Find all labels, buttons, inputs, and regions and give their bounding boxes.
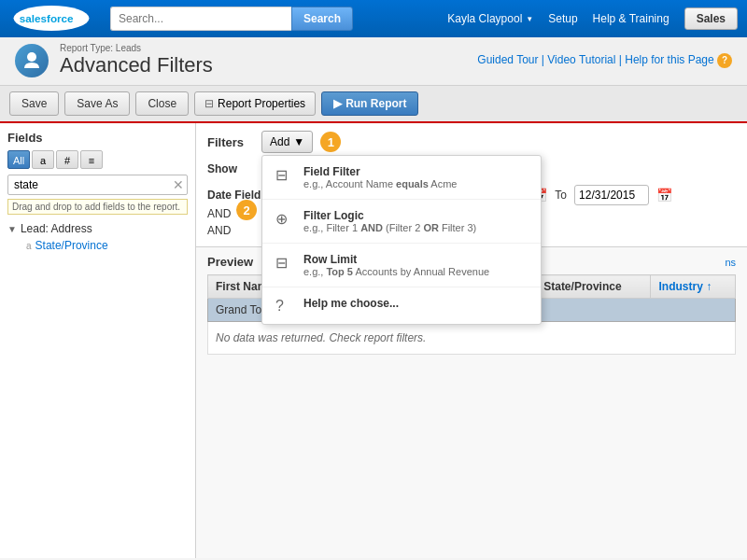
no-data-cell: No data was returned. Check report filte… — [208, 322, 736, 355]
nav-links: Kayla Claypool ▼ Setup Help & Training S… — [447, 7, 738, 30]
setup-link[interactable]: Setup — [548, 12, 577, 25]
filter-btn-menu[interactable]: ≡ — [80, 150, 103, 169]
user-menu[interactable]: Kayla Claypool ▼ — [447, 12, 533, 25]
field-type-icon: a — [26, 241, 32, 251]
preview-links: ns — [725, 257, 736, 268]
sidebar-title: Fields — [7, 131, 188, 145]
sidebar: Fields All a # ≡ ✕ Drag and drop to add … — [0, 123, 196, 558]
save-button[interactable]: Save — [9, 91, 59, 116]
add-arrow-icon: ▼ — [293, 135, 304, 148]
run-report-button[interactable]: ▶ Run Report — [321, 91, 418, 116]
report-properties-button[interactable]: ⊟ Report Properties — [194, 91, 316, 116]
search-clear-icon[interactable]: ✕ — [173, 177, 184, 192]
help-training-link[interactable]: Help & Training — [593, 12, 669, 25]
tree-group-lead-address: ▼ Lead: Address a State/Province — [7, 220, 188, 254]
to-date-input[interactable] — [574, 185, 649, 205]
expand-icon: ▼ — [7, 224, 17, 234]
step1-circle: 1 — [320, 132, 341, 152]
add-button[interactable]: Add ▼ — [261, 131, 313, 153]
help-page-link[interactable]: Help for this Page — [625, 53, 713, 66]
to-label: To — [555, 189, 567, 202]
row-limit-title: Row Limit — [303, 253, 489, 266]
report-icon — [15, 44, 49, 77]
add-dropdown-menu: ⊟ Field Filter e.g., Account Name equals… — [261, 155, 542, 325]
help-choose-icon: ? — [275, 298, 294, 315]
guided-links: Guided Tour | Video Tutorial | Help for … — [477, 53, 732, 68]
row-limit-text: Row Limit e.g., Top 5 Accounts by Annual… — [303, 253, 489, 277]
report-title-area: Report Type: Leads Advanced Filters — [60, 43, 213, 77]
content-area: Filters Add ▼ ⊟ Field Filter e.g., Accou… — [196, 123, 747, 558]
drag-drop-hint: Drag and drop to add fields to the repor… — [7, 199, 188, 215]
filter-btn-all[interactable]: All — [7, 150, 30, 169]
filter-btn-a[interactable]: a — [32, 150, 54, 169]
dropdown-item-help-choose[interactable]: ? Help me choose... — [262, 287, 541, 324]
dropdown-item-field-filter[interactable]: ⊟ Field Filter e.g., Account Name equals… — [262, 156, 541, 200]
search-bar: Search — [110, 7, 353, 31]
filters-row: Filters Add ▼ ⊟ Field Filter e.g., Accou… — [207, 131, 736, 153]
dropdown-item-filter-logic[interactable]: 2 ⊕ Filter Logic e.g., Filter 1 AND (Fil… — [262, 200, 541, 244]
report-type-label: Report Type: Leads — [60, 43, 213, 53]
step2-circle: 2 — [236, 200, 257, 220]
svg-text:salesforce: salesforce — [20, 12, 74, 24]
date-field-label: Date Field — [207, 189, 261, 202]
guided-tour-link[interactable]: Guided Tour — [477, 53, 538, 66]
col-state-province: State/Province — [536, 275, 651, 299]
preview-columns-link[interactable]: ns — [725, 257, 736, 268]
help-choose-text: Help me choose... — [303, 297, 399, 310]
search-fields: ✕ — [7, 175, 188, 195]
tree-group-header[interactable]: ▼ Lead: Address — [7, 220, 188, 237]
field-filter-icon: ⊟ — [275, 166, 294, 184]
dropdown-item-row-limit[interactable]: ⊟ Row Limit e.g., Top 5 Accounts by Annu… — [262, 244, 541, 287]
field-filter-title: Field Filter — [303, 165, 458, 178]
main-area: Fields All a # ≡ ✕ Drag and drop to add … — [0, 123, 747, 558]
report-props-icon: ⊟ — [204, 97, 214, 110]
search-button[interactable]: Search — [291, 7, 353, 31]
user-name: Kayla Claypool — [447, 12, 522, 25]
toolbar: Save Save As Close ⊟ Report Properties ▶… — [0, 86, 747, 123]
leads-icon — [21, 49, 43, 72]
tree-group-label: Lead: Address — [21, 222, 92, 235]
svg-point-2 — [27, 52, 36, 62]
filters-label: Filters — [207, 135, 254, 149]
run-report-play-icon: ▶ — [333, 97, 342, 110]
sales-button[interactable]: Sales — [684, 7, 738, 30]
report-header: Report Type: Leads Advanced Filters Guid… — [0, 37, 747, 86]
fields-filter-buttons: All a # ≡ — [7, 150, 188, 169]
add-label: Add — [270, 135, 289, 148]
search-input[interactable] — [110, 7, 291, 31]
help-icon[interactable]: ? — [717, 53, 732, 68]
logo-area: salesforce — [9, 4, 93, 34]
top-nav: salesforce Search Kayla Claypool ▼ Setup… — [0, 0, 747, 37]
help-choose-title: Help me choose... — [303, 297, 399, 310]
close-button[interactable]: Close — [135, 91, 189, 116]
tree-item-label: State/Province — [35, 239, 108, 252]
filter-logic-icon: ⊕ — [275, 210, 294, 228]
field-filter-text: Field Filter e.g., Account Name equals A… — [303, 165, 458, 189]
filter-logic-text: Filter Logic e.g., Filter 1 AND (Filter … — [303, 209, 476, 233]
no-data-row: No data was returned. Check report filte… — [208, 322, 736, 355]
fields-search-input[interactable] — [7, 175, 188, 195]
run-report-label: Run Report — [345, 97, 406, 110]
salesforce-logo: salesforce — [9, 4, 93, 34]
filter-btn-hash[interactable]: # — [56, 150, 78, 169]
tree-item-state-province[interactable]: a State/Province — [7, 237, 188, 254]
add-dropdown: Add ▼ ⊟ Field Filter e.g., Account Name … — [261, 131, 313, 153]
filters-section: Filters Add ▼ ⊟ Field Filter e.g., Accou… — [196, 123, 747, 247]
filter-logic-desc: e.g., Filter 1 AND (Filter 2 OR Filter 3… — [303, 222, 476, 233]
to-calendar-icon[interactable]: 📅 — [656, 188, 672, 203]
filter-logic-title: Filter Logic — [303, 209, 476, 222]
show-label: Show — [207, 162, 254, 175]
preview-title: Preview — [207, 255, 253, 269]
report-title: Advanced Filters — [60, 53, 213, 77]
report-properties-label: Report Properties — [218, 97, 305, 110]
fields-tree: ▼ Lead: Address a State/Province — [7, 220, 188, 551]
field-filter-desc: e.g., Account Name equals Acme — [303, 178, 458, 189]
row-limit-icon: ⊟ — [275, 254, 294, 272]
save-as-button[interactable]: Save As — [64, 91, 130, 116]
col-industry[interactable]: Industry ↑ — [651, 275, 736, 299]
video-tutorial-link[interactable]: Video Tutorial — [547, 53, 615, 66]
user-dropdown-arrow: ▼ — [526, 15, 533, 23]
row-limit-desc: e.g., Top 5 Accounts by Annual Revenue — [303, 266, 489, 277]
